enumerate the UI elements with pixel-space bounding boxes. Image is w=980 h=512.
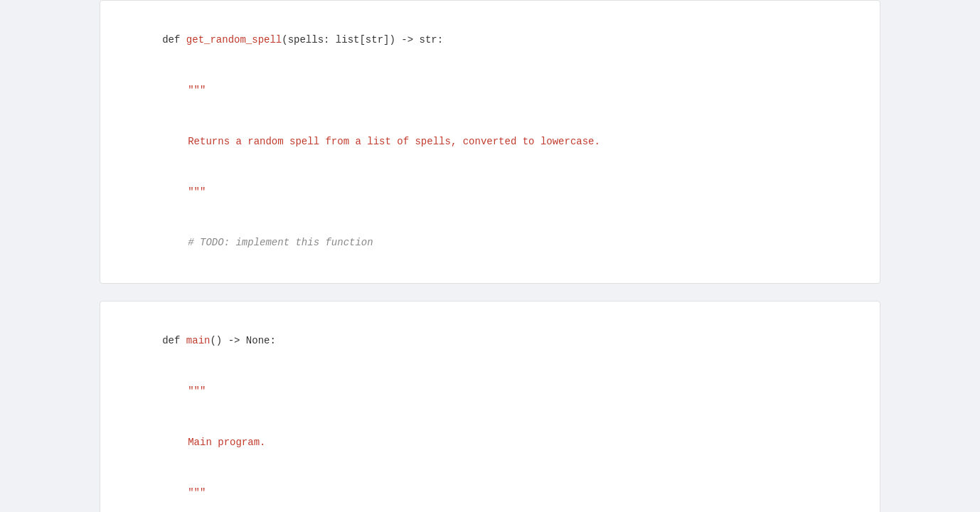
code-line: """ — [114, 366, 866, 417]
code-line: def main() -> None: — [114, 316, 866, 366]
code-line: def get_random_spell(spells: list[str]) … — [114, 15, 866, 65]
docstring-main-text: Main program. — [188, 437, 265, 448]
function-signature-main: () -> None: — [210, 335, 275, 346]
code-line: """ — [114, 65, 866, 116]
docstring-close: """ — [188, 487, 206, 498]
def-keyword: def — [162, 34, 186, 46]
function-name-main: main — [186, 335, 211, 346]
docstring-open: """ — [188, 85, 206, 96]
code-line: Returns a random spell from a list of sp… — [114, 117, 866, 167]
code-line: Main program. — [114, 417, 866, 468]
docstring-open: """ — [188, 385, 206, 397]
function-name-get-random-spell: get_random_spell — [186, 34, 282, 46]
code-content-1: def get_random_spell(spells: list[str]) … — [100, 15, 880, 269]
function-signature: (spells: list[str]) -> str: — [282, 34, 443, 46]
code-line: # TODO: implement this function — [114, 218, 866, 269]
code-block-main: def main() -> None: """ Main program. ""… — [100, 301, 880, 512]
docstring-text: Returns a random spell from a list of sp… — [188, 136, 600, 147]
def-keyword: def — [162, 335, 186, 346]
code-content-2: def main() -> None: """ Main program. ""… — [100, 316, 880, 512]
page-container: def get_random_spell(spells: list[str]) … — [0, 0, 980, 512]
docstring-close: """ — [188, 186, 206, 198]
code-block-get-random-spell: def get_random_spell(spells: list[str]) … — [100, 0, 880, 284]
code-line: """ — [114, 167, 866, 218]
todo-comment: # TODO: implement this function — [188, 237, 373, 248]
code-line: """ — [114, 468, 866, 512]
